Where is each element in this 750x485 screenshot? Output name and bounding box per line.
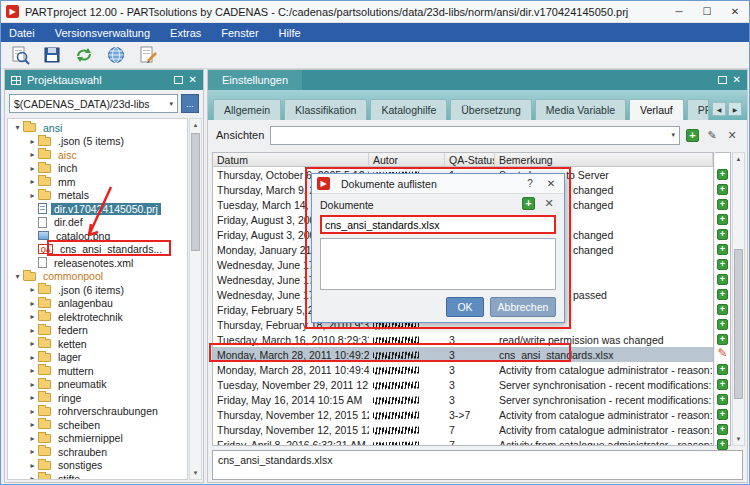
project-tree-scrollbar[interactable]: ▲ ▼	[189, 118, 202, 480]
delete-view-button[interactable]: ✕	[725, 128, 739, 142]
sync-icon[interactable]	[73, 44, 95, 66]
add-entry-icon[interactable]: +	[717, 304, 728, 315]
tab-verlauf[interactable]: Verlauf	[629, 99, 684, 120]
history-row-17[interactable]: Thursday, November 12, 2015 12:...3->7Ac…	[213, 407, 713, 422]
tab-allgemein[interactable]: Allgemein	[213, 99, 281, 120]
column-header-datum[interactable]: Datum	[213, 153, 369, 166]
cancel-button[interactable]: Abbrechen	[490, 297, 556, 317]
add-entry-icon[interactable]: +	[717, 289, 728, 300]
dialog-help-button[interactable]: ?	[522, 178, 538, 189]
tree-item-ringe[interactable]: ▸ringe	[8, 391, 187, 405]
expand-arrow-icon[interactable]: ▸	[27, 150, 38, 159]
scroll-down-icon[interactable]: ▼	[190, 467, 201, 479]
add-entry-icon[interactable]: +	[717, 364, 728, 375]
expand-arrow-icon[interactable]: ▸	[27, 407, 38, 416]
history-row-19[interactable]: Friday, April 8, 2016 6:32:21 AM7Activit…	[213, 437, 713, 446]
tree-item-anlagenbau[interactable]: ▸anlagenbau	[8, 297, 187, 311]
tree-item-muttern[interactable]: ▸muttern	[8, 364, 187, 378]
expand-arrow-icon[interactable]: ▸	[27, 434, 38, 443]
dialog-close-button[interactable]: ✕	[543, 178, 559, 189]
tab-scroll-right-button[interactable]: ▶	[728, 102, 742, 116]
add-entry-icon[interactable]: +	[717, 244, 728, 255]
tab-bersetzung[interactable]: Übersetzung	[450, 99, 532, 120]
tree-item-aisc[interactable]: ▸aisc	[8, 148, 187, 162]
expand-arrow-icon[interactable]: ▸	[27, 461, 38, 470]
scroll-up-icon[interactable]: ▲	[733, 153, 744, 165]
expand-arrow-icon[interactable]: ▸	[27, 380, 38, 389]
tree-item-federn[interactable]: ▸federn	[8, 324, 187, 338]
add-entry-icon[interactable]: +	[717, 439, 728, 450]
menu-item-datei[interactable]: Datei	[9, 27, 35, 39]
tree-item-elektrotechnik[interactable]: ▸elektrotechnik	[8, 310, 187, 324]
tree-item-schrauben[interactable]: ▸schrauben	[8, 445, 187, 459]
tree-item-inch[interactable]: ▸inch	[8, 162, 187, 176]
expand-arrow-icon[interactable]: ▾	[12, 123, 23, 132]
history-row-13[interactable]: Monday, March 28, 2011 10:49:28...3cns_a…	[213, 347, 713, 362]
tree-item-commonpool[interactable]: ▾commonpool	[8, 270, 187, 284]
close-panel-icon[interactable]: ✕	[733, 75, 741, 85]
add-document-button[interactable]: +	[522, 197, 535, 210]
add-entry-icon[interactable]: +	[717, 259, 728, 270]
tree-item-pneumatik[interactable]: ▸pneumatik	[8, 378, 187, 392]
expand-arrow-icon[interactable]: ▸	[27, 420, 38, 429]
tree-item-releasenotes-xml[interactable]: releasenotes.xml	[8, 256, 187, 270]
history-scrollbar[interactable]: ▲ ▼	[732, 152, 745, 446]
column-header-autor[interactable]: Autor	[369, 153, 445, 166]
close-panel-icon[interactable]: ✕	[189, 75, 197, 85]
globe-icon[interactable]	[105, 44, 127, 66]
expand-arrow-icon[interactable]: ▸	[27, 191, 38, 200]
tree-item-scheiben[interactable]: ▸scheiben	[8, 418, 187, 432]
tree-item-dir-v170424145050-prj[interactable]: dir.v170424145050.prj	[8, 202, 187, 216]
save-icon[interactable]	[41, 44, 63, 66]
tab-scroll-left-button[interactable]: ◀	[712, 102, 726, 116]
scrollbar-thumb[interactable]	[191, 133, 200, 251]
tab-kataloghilfe[interactable]: Kataloghilfe	[370, 99, 447, 120]
float-panel-icon[interactable]	[174, 76, 183, 84]
add-entry-icon[interactable]: +	[717, 409, 728, 420]
expand-arrow-icon[interactable]: ▸	[27, 393, 38, 402]
browse-button[interactable]: ...	[181, 94, 199, 113]
expand-arrow-icon[interactable]: ▸	[27, 312, 38, 321]
tab-media-variable[interactable]: Media Variable	[535, 99, 626, 120]
tree-item-json-6-items[interactable]: ▸.json (6 items)	[8, 283, 187, 297]
edit-view-button[interactable]: ✎	[705, 128, 719, 142]
expand-arrow-icon[interactable]: ▸	[27, 353, 38, 362]
expand-arrow-icon[interactable]: ▸	[27, 447, 38, 456]
edit-document-icon[interactable]	[137, 44, 159, 66]
catalog-path-select[interactable]: $(CADENAS_DATA)/23d-libs ▾	[9, 94, 178, 113]
add-entry-icon[interactable]: +	[717, 274, 728, 285]
expand-arrow-icon[interactable]: ▸	[27, 299, 38, 308]
history-row-18[interactable]: Thursday, November 12, 2015 12:...7Activ…	[213, 422, 713, 437]
search-document-icon[interactable]	[9, 44, 31, 66]
tree-item-dir-def[interactable]: dir.def	[8, 216, 187, 230]
add-entry-icon[interactable]: +	[717, 169, 728, 180]
tab-printkatalog[interactable]: PRINTkatalog	[687, 99, 709, 120]
tree-item-stifte[interactable]: ▸stifte	[8, 472, 187, 480]
add-entry-icon[interactable]: +	[717, 319, 728, 330]
expand-arrow-icon[interactable]: ▸	[27, 285, 38, 294]
add-entry-icon[interactable]: +	[717, 199, 728, 210]
ok-button[interactable]: OK	[446, 297, 484, 317]
menu-item-hilfe[interactable]: Hilfe	[279, 27, 301, 39]
settings-panel-tab[interactable]: Einstellungen	[208, 70, 302, 90]
tree-item-mm[interactable]: ▸mm	[8, 175, 187, 189]
expand-arrow-icon[interactable]: ▸	[27, 366, 38, 375]
add-entry-icon[interactable]: +	[717, 379, 728, 390]
history-row-14[interactable]: Monday, March 28, 2011 10:49:44...3Activ…	[213, 362, 713, 377]
tree-item-metals[interactable]: ▸metals	[8, 189, 187, 203]
tree-item-lager[interactable]: ▸lager	[8, 351, 187, 365]
tab-klassifikation[interactable]: Klassifikation	[284, 99, 367, 120]
expand-arrow-icon[interactable]: ▸	[27, 339, 38, 348]
history-row-12[interactable]: Tuesday, March 16, 2010 8:29:31 ...3read…	[213, 332, 713, 347]
remark-detail-field[interactable]: cns_ansi_standards.xlsx	[212, 450, 743, 480]
minimize-button[interactable]: ─	[665, 1, 693, 22]
tree-item-rohrverschraubungen[interactable]: ▸rohrverschraubungen	[8, 405, 187, 419]
menu-item-fenster[interactable]: Fenster	[221, 27, 258, 39]
menu-item-extras[interactable]: Extras	[170, 27, 201, 39]
tree-item-ansi[interactable]: ▾ansi	[8, 121, 187, 135]
edit-entry-icon[interactable]: ✎	[717, 349, 728, 360]
tree-item-catalog-png[interactable]: catalog.png	[8, 229, 187, 243]
remove-document-button[interactable]: ✕	[542, 196, 556, 210]
column-header-bemerkung[interactable]: Bemerkung	[495, 153, 713, 166]
add-entry-icon[interactable]: +	[717, 184, 728, 195]
